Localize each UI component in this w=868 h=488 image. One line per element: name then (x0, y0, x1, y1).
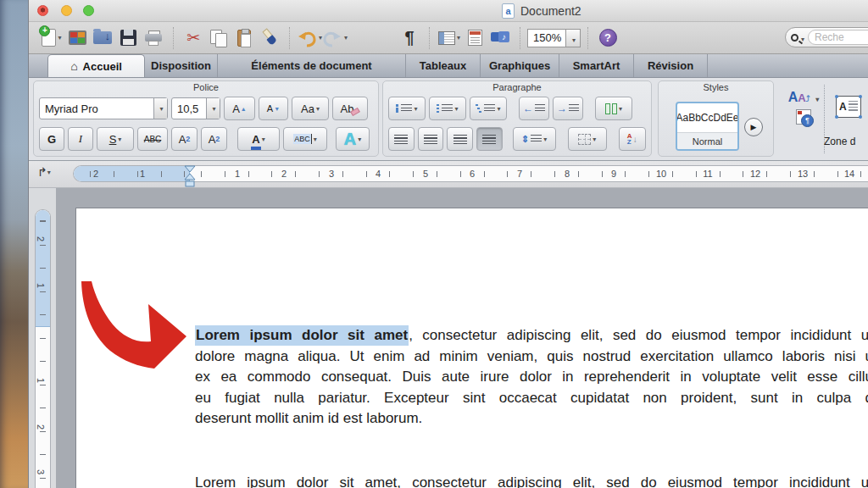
title-bar: a Document2 (29, 0, 868, 22)
bullets-button[interactable] (388, 97, 426, 120)
redo-button[interactable] (322, 25, 348, 52)
view-layout-button[interactable] (437, 25, 462, 52)
highlight-button[interactable]: ABC (283, 127, 327, 151)
outline-view-button[interactable] (462, 25, 487, 52)
subscript-button[interactable]: A2 (201, 127, 227, 151)
tab-accueil[interactable]: ⌂ Accueil (47, 54, 145, 77)
text-line: ex ea commodo consequat. Duis aute irure… (195, 367, 868, 388)
scissors-icon: ✂ (186, 28, 200, 47)
increase-indent-button[interactable]: → (553, 97, 583, 120)
paragraph-2[interactable]: Lorem ipsum dolor sit amet, consectetur … (195, 473, 868, 488)
text-line: dolore magna aliqua. Ut enim ad minim ve… (195, 347, 868, 368)
zoom-dropdown-button[interactable] (566, 29, 581, 47)
close-window-button[interactable] (37, 5, 48, 16)
underline-button[interactable]: S (97, 127, 134, 151)
left-gutter: 21123 (29, 188, 56, 488)
style-preview-normal[interactable]: AaBbCcDdEe Normal (676, 102, 739, 151)
font-size-select[interactable]: 10,5 (171, 97, 220, 119)
copy-icon (210, 30, 227, 47)
ribbon: Police Myriad Pro 10,5 A▲ A▼ Aa (29, 78, 868, 161)
format-painter-button[interactable] (257, 25, 282, 52)
pilcrow-icon: ¶ (404, 28, 414, 47)
zoom-window-button[interactable] (83, 5, 94, 16)
toolbar-separator (520, 27, 520, 49)
selected-text[interactable]: Lorem ipsum dolor sit amet (195, 325, 409, 346)
text-box-label: Zone d (824, 136, 868, 147)
tab-disposition[interactable]: Disposition (145, 54, 218, 77)
save-icon (120, 30, 136, 46)
search-box[interactable]: Reche (785, 27, 868, 47)
outline-doc-icon (468, 30, 482, 46)
borders-button[interactable] (568, 127, 607, 151)
tab-tableaux[interactable]: Tableaux (406, 54, 481, 77)
strikethrough-button[interactable]: ABC (137, 127, 168, 151)
tab-stop-selector[interactable]: ↱ (37, 165, 51, 179)
manage-styles-button[interactable] (796, 109, 811, 125)
text-effects-button[interactable]: A (336, 127, 370, 151)
show-formatting-button[interactable]: ¶ (397, 25, 422, 52)
minimize-window-button[interactable] (61, 5, 72, 16)
open-button[interactable] (90, 25, 115, 52)
bold-button[interactable]: G (39, 127, 64, 151)
sort-button[interactable]: AZ ↓ (619, 127, 647, 151)
grow-font-button[interactable]: A▲ (224, 97, 255, 120)
indent-marker[interactable] (184, 164, 196, 190)
document-page[interactable]: Lorem ipsum dolor sit amet, consectetur … (75, 208, 868, 488)
help-button[interactable]: ? (595, 25, 620, 52)
ruler-row: ↱ 211234567891011121314 (29, 161, 868, 188)
multilevel-list-button[interactable] (470, 97, 507, 120)
text-line: Lorem ipsum dolor sit amet, consectetur … (195, 473, 868, 488)
save-button[interactable] (115, 25, 141, 52)
gallery-icon (69, 30, 86, 45)
outdent-icon: ← (523, 103, 533, 114)
tab-elements-de-document[interactable]: Éléments de document (218, 54, 406, 77)
text-line: eu fugiat nulla pariatur. Excepteur sint… (195, 388, 868, 409)
toolbar-separator (429, 27, 430, 49)
tab-revision[interactable]: Révision (634, 54, 708, 77)
copy-button[interactable] (206, 25, 231, 52)
align-right-button[interactable] (447, 127, 473, 151)
view-layout-icon (438, 31, 455, 45)
font-color-button[interactable]: A (237, 127, 280, 151)
window-title: Document2 (520, 4, 581, 18)
text-box-button[interactable]: A (836, 96, 861, 118)
align-center-icon (424, 135, 437, 144)
line-spacing-icon: ⇕ (521, 134, 529, 145)
borders-icon (578, 134, 591, 145)
columns-button[interactable] (595, 97, 632, 120)
align-center-button[interactable] (418, 127, 444, 151)
sort-az-icon: AZ ↓ (627, 133, 637, 145)
justify-icon (482, 135, 496, 144)
shrink-font-button[interactable]: A▼ (259, 97, 288, 120)
help-icon: ? (599, 29, 617, 47)
gallery-button[interactable] (64, 25, 90, 52)
paste-button[interactable] (231, 25, 257, 52)
cut-button[interactable]: ✂ (181, 25, 206, 52)
paragraph-1[interactable]: Lorem ipsum dolor sit amet, consectetur … (195, 325, 868, 430)
superscript-button[interactable]: A2 (171, 127, 198, 151)
numbering-button[interactable] (429, 97, 466, 120)
style-name: Normal (677, 132, 737, 149)
styles-gallery-expander[interactable]: ▶ (744, 118, 763, 136)
justify-button[interactable] (476, 127, 503, 151)
tab-smartart[interactable]: SmartArt (559, 54, 634, 77)
decrease-indent-button[interactable]: ← (519, 97, 549, 120)
screen: a Document2 ✂ ¶ (0, 0, 868, 488)
line-spacing-button[interactable]: ⇕ (513, 127, 556, 151)
italic-button[interactable]: I (68, 127, 93, 151)
align-left-button[interactable] (388, 127, 415, 151)
change-styles-button[interactable]: AA⤴ (788, 90, 819, 105)
print-icon (145, 30, 162, 46)
font-name-select[interactable]: Myriad Pro (39, 97, 168, 119)
clear-formatting-button[interactable]: Ab (332, 97, 368, 120)
undo-button[interactable] (297, 25, 322, 52)
media-browser-button[interactable] (487, 25, 513, 52)
print-button[interactable] (141, 25, 166, 52)
change-case-button[interactable]: Aa (292, 97, 329, 120)
new-document-button[interactable] (39, 25, 64, 52)
zoom-value-field[interactable]: 150% (527, 29, 566, 47)
tab-graphiques[interactable]: Graphiques (481, 54, 559, 77)
toolbar-separator (289, 27, 290, 49)
document-canvas: Lorem ipsum dolor sit amet, consectetur … (56, 188, 868, 488)
search-input[interactable]: Reche (808, 30, 868, 45)
